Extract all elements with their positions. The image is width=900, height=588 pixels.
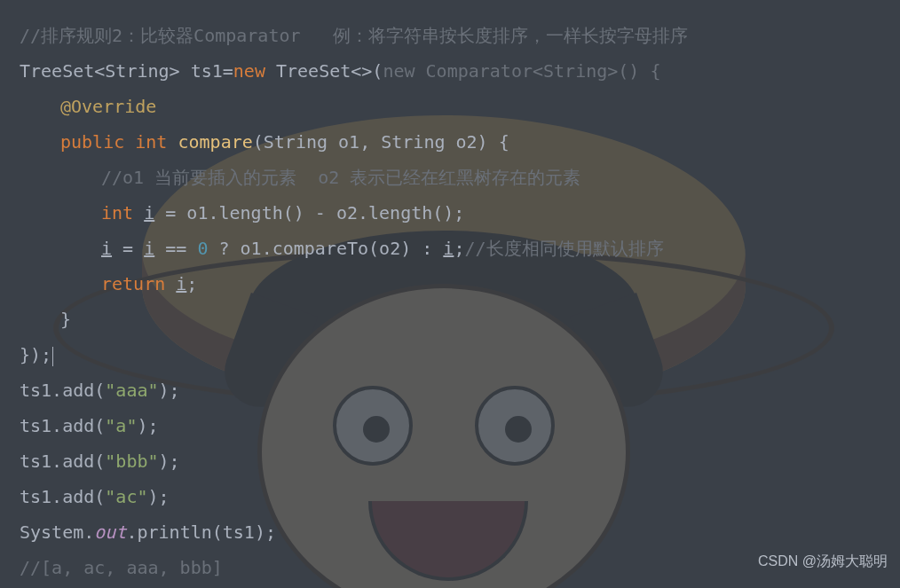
code-line-1: //排序规则2：比较器Comparator 例：将字符串按长度排序，一样长按字母…	[20, 18, 880, 53]
code-line-12: ts1.add("a");	[20, 408, 880, 443]
code-line-7: i = i == 0 ? o1.compareTo(o2) : i;//长度相同…	[20, 231, 880, 266]
code-line-11: ts1.add("aaa");	[20, 372, 880, 408]
code-line-6: int i = o1.length() - o2.length();	[20, 195, 880, 231]
code-line-4: public int compare(String o1, String o2)…	[20, 124, 880, 160]
code-line-5: //o1 当前要插入的元素 o2 表示已经在红黑树存在的元素	[20, 160, 880, 195]
code-line-15: System.out.println(ts1);	[20, 514, 880, 550]
code-line-9: }	[20, 302, 880, 337]
code-line-16: //[a, ac, aaa, bbb]	[20, 550, 880, 585]
code-line-8: return i;	[20, 266, 880, 302]
code-line-10: });	[20, 337, 880, 372]
code-editor[interactable]: //排序规则2：比较器Comparator 例：将字符串按长度排序，一样长按字母…	[0, 0, 900, 588]
text-cursor	[52, 347, 53, 366]
code-line-13: ts1.add("bbb");	[20, 443, 880, 479]
code-line-14: ts1.add("ac");	[20, 479, 880, 514]
watermark: CSDN @汤姆大聪明	[758, 544, 888, 579]
code-line-3: @Override	[20, 89, 880, 124]
code-line-2: TreeSet<String> ts1=new TreeSet<>(new Co…	[20, 53, 880, 89]
